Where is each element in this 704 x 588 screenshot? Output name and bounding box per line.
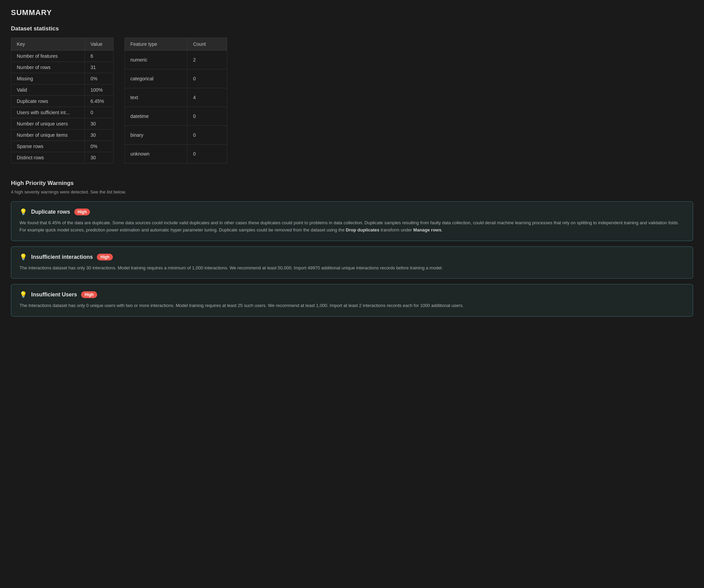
warning-title: Insufficient interactions — [31, 254, 93, 260]
warning-icon: 💡 — [19, 254, 27, 260]
feature-col-count: Count — [187, 38, 227, 51]
stat-value: 0 — [85, 107, 114, 118]
stat-key: Number of unique items — [11, 130, 85, 141]
feature-col-type: Feature type — [125, 38, 187, 51]
stat-value: 100% — [85, 84, 114, 96]
table-row: Number of rows 31 — [11, 62, 114, 73]
table-row: Number of features 6 — [11, 51, 114, 62]
stat-value: 30 — [85, 118, 114, 130]
feature-type: binary — [125, 126, 187, 145]
table-row: Number of unique users 30 — [11, 118, 114, 130]
table-row: numeric 2 — [125, 51, 227, 69]
stat-key: Users with sufficient int... — [11, 107, 85, 118]
table-row: Number of unique items 30 — [11, 130, 114, 141]
dataset-statistics-title: Dataset statistics — [11, 25, 693, 32]
warning-body: The Interactions dataset has only 0 uniq… — [19, 302, 685, 309]
stat-key: Duplicate rows — [11, 96, 85, 107]
warning-body: We found that 6.45% of the data are dupl… — [19, 219, 685, 234]
warning-card-insufficient-interactions: 💡 Insufficient interactions High The Int… — [11, 246, 693, 279]
feature-count: 2 — [187, 51, 227, 69]
warning-header: 💡 Insufficient interactions High — [19, 254, 685, 260]
feature-type: numeric — [125, 51, 187, 69]
stat-value: 0% — [85, 73, 114, 84]
stat-key: Number of features — [11, 51, 85, 62]
warning-header: 💡 Duplicate rows High — [19, 209, 685, 215]
stat-key: Missing — [11, 73, 85, 84]
feature-type: datetime — [125, 107, 187, 126]
stat-value: 6 — [85, 51, 114, 62]
stats-col-key: Key — [11, 38, 85, 51]
warning-title: Insufficient Users — [31, 292, 77, 298]
feature-count: 0 — [187, 145, 227, 163]
table-row: Missing 0% — [11, 73, 114, 84]
feature-count: 0 — [187, 69, 227, 88]
feature-count: 4 — [187, 88, 227, 107]
warning-icon: 💡 — [19, 209, 27, 215]
table-row: Valid 100% — [11, 84, 114, 96]
table-row: Distinct rows 30 — [11, 152, 114, 163]
stat-value: 0% — [85, 141, 114, 152]
table-row: Sparse rows 0% — [11, 141, 114, 152]
stat-key: Number of unique users — [11, 118, 85, 130]
high-priority-warnings-title: High Priority Warnings — [11, 180, 693, 187]
warning-badge: High — [81, 291, 97, 298]
feature-count: 0 — [187, 126, 227, 145]
warning-card-duplicate-rows: 💡 Duplicate rows High We found that 6.45… — [11, 201, 693, 241]
warning-card-insufficient-users: 💡 Insufficient Users High The Interactio… — [11, 284, 693, 317]
feature-type: text — [125, 88, 187, 107]
stat-key: Sparse rows — [11, 141, 85, 152]
feature-type-table: Feature type Count numeric 2 categorical… — [125, 38, 227, 163]
stat-key: Distinct rows — [11, 152, 85, 163]
stats-col-value: Value — [85, 38, 114, 51]
table-row: text 4 — [125, 88, 227, 107]
stat-key: Valid — [11, 84, 85, 96]
stat-value: 6.45% — [85, 96, 114, 107]
stat-value: 30 — [85, 130, 114, 141]
stat-key: Number of rows — [11, 62, 85, 73]
stats-table: Key Value Number of features 6 Number of… — [11, 38, 114, 163]
table-row: unknown 0 — [125, 145, 227, 163]
warnings-list: 💡 Duplicate rows High We found that 6.45… — [11, 201, 693, 317]
stat-value: 31 — [85, 62, 114, 73]
feature-count: 0 — [187, 107, 227, 126]
stat-value: 30 — [85, 152, 114, 163]
warning-body: The Interactions dataset has only 30 int… — [19, 265, 685, 272]
statistics-tables: Key Value Number of features 6 Number of… — [11, 38, 693, 163]
warning-badge: High — [74, 209, 90, 215]
table-row: Duplicate rows 6.45% — [11, 96, 114, 107]
warning-icon: 💡 — [19, 292, 27, 298]
warning-header: 💡 Insufficient Users High — [19, 291, 685, 298]
page-title: SUMMARY — [11, 8, 693, 17]
feature-type: unknown — [125, 145, 187, 163]
table-row: datetime 0 — [125, 107, 227, 126]
high-priority-warnings-section: High Priority Warnings 4 high severity w… — [11, 180, 693, 317]
feature-type: categorical — [125, 69, 187, 88]
table-row: binary 0 — [125, 126, 227, 145]
table-row: Users with sufficient int... 0 — [11, 107, 114, 118]
warning-title: Duplicate rows — [31, 209, 70, 215]
table-row: categorical 0 — [125, 69, 227, 88]
warning-badge: High — [97, 254, 113, 260]
warnings-subtitle: 4 high severity warnings were detected. … — [11, 189, 693, 195]
